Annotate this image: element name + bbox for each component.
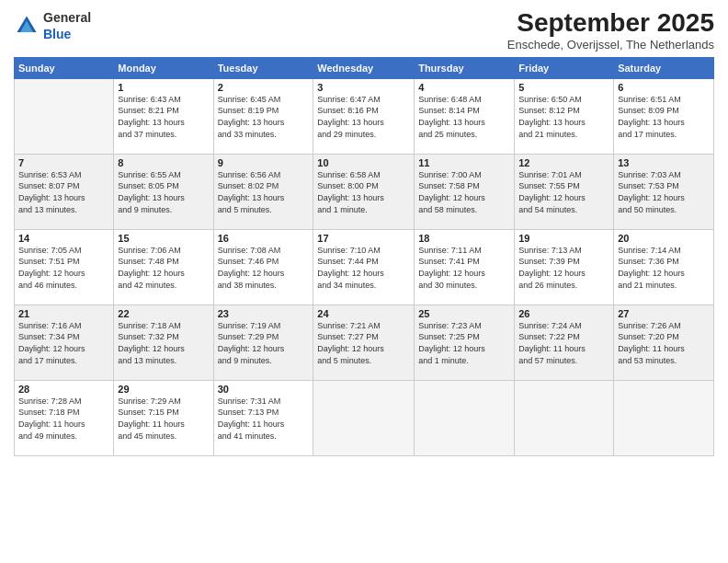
day-info: Sunrise: 7:10 AM Sunset: 7:44 PM Dayligh…	[317, 245, 410, 291]
table-row: 23Sunrise: 7:19 AM Sunset: 7:29 PM Dayli…	[213, 304, 313, 380]
table-row: 5Sunrise: 6:50 AM Sunset: 8:12 PM Daylig…	[515, 78, 614, 154]
table-row: 27Sunrise: 7:26 AM Sunset: 7:20 PM Dayli…	[614, 304, 714, 380]
day-info: Sunrise: 6:53 AM Sunset: 8:07 PM Dayligh…	[18, 169, 109, 215]
header-tuesday: Tuesday	[213, 57, 313, 78]
table-row: 1Sunrise: 6:43 AM Sunset: 8:21 PM Daylig…	[114, 78, 213, 154]
logo-blue: Blue	[43, 26, 91, 42]
table-row: 13Sunrise: 7:03 AM Sunset: 7:53 PM Dayli…	[614, 154, 714, 229]
calendar-week-row: 1Sunrise: 6:43 AM Sunset: 8:21 PM Daylig…	[15, 78, 714, 154]
header-thursday: Thursday	[415, 57, 515, 78]
calendar-header-row: Sunday Monday Tuesday Wednesday Thursday…	[15, 57, 714, 78]
logo-general: General	[43, 9, 91, 26]
header-saturday: Saturday	[614, 57, 714, 78]
calendar-week-row: 14Sunrise: 7:05 AM Sunset: 7:51 PM Dayli…	[15, 229, 714, 304]
day-info: Sunrise: 6:58 AM Sunset: 8:00 PM Dayligh…	[317, 169, 410, 215]
day-info: Sunrise: 7:00 AM Sunset: 7:58 PM Dayligh…	[418, 169, 510, 215]
day-info: Sunrise: 6:43 AM Sunset: 8:21 PM Dayligh…	[118, 94, 209, 140]
page-container: General Blue September 2025 Enschede, Ov…	[0, 0, 728, 465]
day-info: Sunrise: 6:47 AM Sunset: 8:16 PM Dayligh…	[317, 94, 410, 140]
table-row: 24Sunrise: 7:21 AM Sunset: 7:27 PM Dayli…	[313, 304, 415, 380]
table-row: 16Sunrise: 7:08 AM Sunset: 7:46 PM Dayli…	[213, 229, 313, 304]
day-info: Sunrise: 7:28 AM Sunset: 7:18 PM Dayligh…	[18, 396, 109, 442]
calendar-week-row: 7Sunrise: 6:53 AM Sunset: 8:07 PM Daylig…	[15, 154, 714, 229]
day-number: 26	[518, 308, 609, 319]
day-number: 10	[317, 157, 410, 168]
table-row: 8Sunrise: 6:55 AM Sunset: 8:05 PM Daylig…	[114, 154, 213, 229]
table-row: 28Sunrise: 7:28 AM Sunset: 7:18 PM Dayli…	[15, 380, 114, 455]
header-sunday: Sunday	[15, 57, 114, 78]
day-info: Sunrise: 7:14 AM Sunset: 7:36 PM Dayligh…	[618, 245, 710, 291]
day-info: Sunrise: 7:06 AM Sunset: 7:48 PM Dayligh…	[118, 245, 209, 291]
table-row: 22Sunrise: 7:18 AM Sunset: 7:32 PM Dayli…	[114, 304, 213, 380]
day-info: Sunrise: 6:50 AM Sunset: 8:12 PM Dayligh…	[518, 94, 609, 140]
day-info: Sunrise: 6:48 AM Sunset: 8:14 PM Dayligh…	[418, 94, 510, 140]
day-number: 30	[218, 384, 310, 395]
table-row	[415, 380, 515, 455]
day-number: 13	[618, 157, 710, 168]
day-info: Sunrise: 7:24 AM Sunset: 7:22 PM Dayligh…	[518, 320, 609, 366]
day-info: Sunrise: 6:56 AM Sunset: 8:02 PM Dayligh…	[218, 169, 310, 215]
table-row: 29Sunrise: 7:29 AM Sunset: 7:15 PM Dayli…	[114, 380, 213, 455]
day-number: 14	[18, 233, 109, 244]
day-number: 16	[218, 233, 310, 244]
day-info: Sunrise: 7:21 AM Sunset: 7:27 PM Dayligh…	[317, 320, 410, 366]
table-row: 26Sunrise: 7:24 AM Sunset: 7:22 PM Dayli…	[515, 304, 614, 380]
day-number: 9	[218, 157, 310, 168]
table-row: 14Sunrise: 7:05 AM Sunset: 7:51 PM Dayli…	[15, 229, 114, 304]
day-number: 7	[18, 157, 109, 168]
table-row: 7Sunrise: 6:53 AM Sunset: 8:07 PM Daylig…	[15, 154, 114, 229]
day-number: 12	[518, 157, 609, 168]
table-row: 17Sunrise: 7:10 AM Sunset: 7:44 PM Dayli…	[313, 229, 415, 304]
day-info: Sunrise: 7:05 AM Sunset: 7:51 PM Dayligh…	[18, 245, 109, 291]
day-number: 19	[518, 233, 609, 244]
day-number: 2	[218, 82, 310, 93]
day-number: 18	[418, 233, 510, 244]
table-row: 30Sunrise: 7:31 AM Sunset: 7:13 PM Dayli…	[213, 380, 313, 455]
calendar-week-row: 21Sunrise: 7:16 AM Sunset: 7:34 PM Dayli…	[15, 304, 714, 380]
day-info: Sunrise: 7:29 AM Sunset: 7:15 PM Dayligh…	[118, 396, 209, 442]
day-number: 17	[317, 233, 410, 244]
table-row: 11Sunrise: 7:00 AM Sunset: 7:58 PM Dayli…	[415, 154, 515, 229]
title-block: September 2025 Enschede, Overijssel, The…	[507, 9, 714, 52]
day-number: 22	[118, 308, 209, 319]
table-row	[614, 380, 714, 455]
table-row: 6Sunrise: 6:51 AM Sunset: 8:09 PM Daylig…	[614, 78, 714, 154]
table-row	[15, 78, 114, 154]
calendar-week-row: 28Sunrise: 7:28 AM Sunset: 7:18 PM Dayli…	[15, 380, 714, 455]
table-row: 10Sunrise: 6:58 AM Sunset: 8:00 PM Dayli…	[313, 154, 415, 229]
logo-text: General Blue	[43, 9, 91, 42]
day-info: Sunrise: 7:18 AM Sunset: 7:32 PM Dayligh…	[118, 320, 209, 366]
day-number: 24	[317, 308, 410, 319]
day-number: 20	[618, 233, 710, 244]
day-info: Sunrise: 7:03 AM Sunset: 7:53 PM Dayligh…	[618, 169, 710, 215]
day-number: 27	[618, 308, 710, 319]
logo: General Blue	[14, 9, 91, 42]
table-row: 19Sunrise: 7:13 AM Sunset: 7:39 PM Dayli…	[515, 229, 614, 304]
header-friday: Friday	[515, 57, 614, 78]
location-title: Enschede, Overijssel, The Netherlands	[507, 38, 714, 52]
day-number: 5	[518, 82, 609, 93]
logo-icon	[14, 13, 40, 39]
calendar-table: Sunday Monday Tuesday Wednesday Thursday…	[14, 57, 714, 456]
day-info: Sunrise: 6:51 AM Sunset: 8:09 PM Dayligh…	[618, 94, 710, 140]
day-number: 8	[118, 157, 209, 168]
day-info: Sunrise: 6:45 AM Sunset: 8:19 PM Dayligh…	[218, 94, 310, 140]
day-info: Sunrise: 7:19 AM Sunset: 7:29 PM Dayligh…	[218, 320, 310, 366]
day-info: Sunrise: 7:08 AM Sunset: 7:46 PM Dayligh…	[218, 245, 310, 291]
day-info: Sunrise: 7:16 AM Sunset: 7:34 PM Dayligh…	[18, 320, 109, 366]
table-row: 18Sunrise: 7:11 AM Sunset: 7:41 PM Dayli…	[415, 229, 515, 304]
table-row: 12Sunrise: 7:01 AM Sunset: 7:55 PM Dayli…	[515, 154, 614, 229]
table-row: 15Sunrise: 7:06 AM Sunset: 7:48 PM Dayli…	[114, 229, 213, 304]
table-row: 21Sunrise: 7:16 AM Sunset: 7:34 PM Dayli…	[15, 304, 114, 380]
day-number: 28	[18, 384, 109, 395]
day-number: 4	[418, 82, 510, 93]
day-number: 29	[118, 384, 209, 395]
day-number: 21	[18, 308, 109, 319]
table-row	[313, 380, 415, 455]
table-row: 4Sunrise: 6:48 AM Sunset: 8:14 PM Daylig…	[415, 78, 515, 154]
day-info: Sunrise: 7:31 AM Sunset: 7:13 PM Dayligh…	[218, 396, 310, 442]
table-row: 20Sunrise: 7:14 AM Sunset: 7:36 PM Dayli…	[614, 229, 714, 304]
day-info: Sunrise: 7:23 AM Sunset: 7:25 PM Dayligh…	[418, 320, 510, 366]
day-info: Sunrise: 6:55 AM Sunset: 8:05 PM Dayligh…	[118, 169, 209, 215]
month-title: September 2025	[507, 9, 714, 38]
